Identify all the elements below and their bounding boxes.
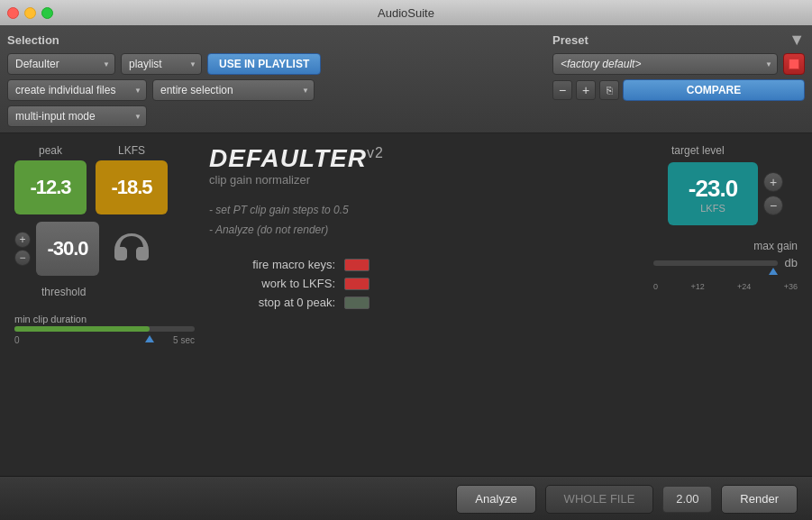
max-gain-label: max gain — [653, 240, 798, 252]
threshold-label: threshold — [41, 283, 195, 299]
target-controls: + − — [763, 172, 783, 215]
threshold-value: -30.0 — [36, 222, 99, 276]
stop-peak-label: stop at 0 peak: — [209, 296, 335, 309]
slider-max: 5 sec — [173, 335, 195, 345]
gain-numbers: 0 +12 +24 +36 — [653, 282, 798, 291]
app-title-block: DEFAULTERv2 — [209, 144, 639, 173]
slider-track[interactable] — [14, 326, 195, 332]
gain-thumb[interactable] — [769, 268, 778, 275]
target-minus-button[interactable]: − — [763, 196, 783, 215]
slider-min: 0 — [14, 335, 20, 345]
work-lkfs-label: work to LKFS: — [209, 277, 335, 290]
instructions: - set PT clip gain steps to 0.5 - Analyz… — [209, 201, 639, 240]
render-button[interactable]: Render — [721, 485, 798, 514]
threshold-minus-button[interactable]: − — [14, 250, 31, 266]
threshold-controls: + − — [14, 232, 31, 266]
target-num: -23.0 — [689, 175, 737, 203]
gain-row: db — [653, 256, 798, 269]
window-title: AudioSuite — [378, 6, 434, 20]
max-gain-area: max gain db 0 +12 +24 +36 — [653, 240, 798, 291]
copy-icon[interactable]: ⎘ — [599, 80, 619, 100]
selection-label: Selection — [7, 33, 59, 47]
gain-mark-36: +36 — [784, 282, 798, 291]
fire-macro-label: fire macro keys: — [209, 258, 335, 271]
peak-label: peak — [39, 144, 62, 157]
peak-meter: peak -12.3 — [14, 144, 87, 214]
whole-file-button[interactable]: WHOLE FILE — [545, 485, 654, 514]
minus-button[interactable]: − — [552, 80, 572, 100]
gain-mark-12: +12 — [690, 282, 704, 291]
preset-dropdown[interactable]: <factory default> — [552, 53, 778, 75]
fire-macro-row: fire macro keys: — [209, 258, 639, 271]
lkfs-value: -18.5 — [96, 160, 168, 214]
maximize-button[interactable] — [41, 7, 53, 19]
app-title: DEFAULTERv2 — [209, 144, 384, 172]
record-button[interactable] — [783, 53, 805, 75]
meter-row: peak -12.3 LKFS -18.5 — [14, 144, 195, 214]
left-panel: peak -12.3 LKFS -18.5 + − -30.0 threshol… — [14, 144, 195, 465]
center-panel: DEFAULTERv2 clip gain normalizer - set P… — [209, 144, 639, 465]
close-button[interactable] — [7, 7, 19, 19]
stop-peak-toggle[interactable] — [344, 296, 370, 309]
gain-mark-0: 0 — [653, 282, 658, 291]
threshold-row: + − -30.0 — [14, 222, 195, 276]
compare-button[interactable]: COMPARE — [623, 79, 805, 101]
stop-peak-row: stop at 0 peak: — [209, 296, 639, 309]
db-label: db — [785, 256, 798, 269]
titlebar: AudioSuite — [0, 0, 812, 25]
preset-label: Preset — [552, 33, 588, 47]
minimize-button[interactable] — [24, 7, 36, 19]
min-clip-label: min clip duration — [14, 314, 195, 324]
record-icon — [789, 59, 799, 69]
playlist-dropdown[interactable]: playlist — [121, 53, 202, 75]
plugin-dropdown[interactable]: Defaulter — [7, 53, 115, 75]
target-level-label: target level — [671, 144, 725, 157]
fire-macro-toggle[interactable] — [344, 259, 370, 271]
app-subtitle: clip gain normalizer — [209, 173, 639, 187]
preset-arrow-icon[interactable]: ▼ — [789, 31, 805, 50]
headphone-icon — [105, 222, 159, 276]
target-unit: LKFS — [700, 203, 725, 214]
clip-duration-slider: min clip duration 0 5 sec — [14, 314, 195, 363]
header: Selection Preset ▼ Defaulter playlist US… — [0, 25, 812, 133]
slider-thumb[interactable] — [145, 335, 154, 342]
work-lkfs-toggle[interactable] — [344, 278, 370, 290]
right-panel: target level -23.0 LKFS + − max gain db … — [653, 144, 798, 465]
footer: Analyze WHOLE FILE 2.00 Render — [0, 476, 812, 520]
slider-fill — [14, 326, 150, 332]
plus-button[interactable]: + — [576, 80, 596, 100]
main-content: peak -12.3 LKFS -18.5 + − -30.0 threshol… — [0, 133, 812, 476]
create-files-dropdown[interactable]: create individual files — [7, 79, 147, 101]
peak-value: -12.3 — [14, 160, 87, 214]
traffic-lights — [7, 7, 53, 19]
entire-selection-dropdown[interactable]: entire selection — [152, 79, 315, 101]
lkfs-meter: LKFS -18.5 — [96, 144, 168, 214]
gain-track[interactable] — [653, 260, 778, 266]
gain-mark-24: +24 — [737, 282, 751, 291]
threshold-plus-button[interactable]: + — [14, 232, 31, 248]
version-display: 2.00 — [662, 486, 712, 513]
target-value-display: -23.0 LKFS — [668, 162, 758, 225]
use-in-playlist-button[interactable]: USE IN PLAYLIST — [207, 53, 321, 75]
lkfs-label: LKFS — [118, 144, 145, 157]
work-lkfs-row: work to LKFS: — [209, 277, 639, 290]
analyze-button[interactable]: Analyze — [456, 485, 535, 514]
target-plus-button[interactable]: + — [763, 172, 783, 192]
multi-input-dropdown[interactable]: multi-input mode — [7, 105, 147, 127]
target-value-row: -23.0 LKFS + − — [668, 162, 783, 225]
